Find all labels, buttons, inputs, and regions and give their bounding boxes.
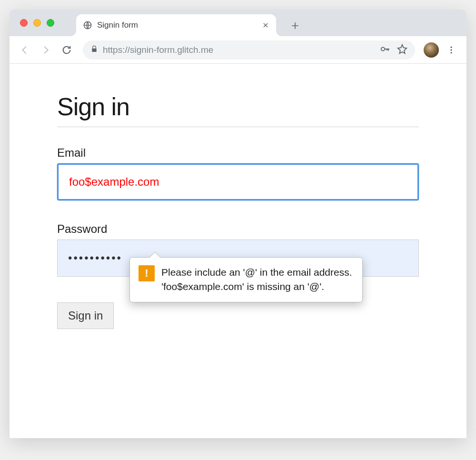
browser-window: Signin form https://signin-form.glitch.m…: [10, 10, 466, 438]
window-controls: [20, 19, 54, 27]
password-key-icon[interactable]: [380, 44, 390, 56]
alert-icon: !: [139, 265, 155, 281]
signin-button[interactable]: Sign in: [57, 302, 114, 329]
maximize-window-button[interactable]: [47, 19, 54, 27]
profile-avatar[interactable]: [424, 42, 439, 58]
svg-point-4: [450, 52, 452, 53]
tab-strip: Signin form: [10, 10, 466, 36]
globe-icon: [83, 20, 92, 30]
email-field[interactable]: [57, 163, 419, 200]
close-window-button[interactable]: [20, 19, 28, 27]
validation-message: Please include an '@' in the email addre…: [161, 265, 354, 294]
svg-point-3: [450, 49, 452, 50]
svg-point-2: [450, 46, 452, 48]
validation-tooltip: ! Please include an '@' in the email add…: [129, 257, 363, 302]
forward-button[interactable]: [37, 41, 54, 59]
tab-title: Signin form: [97, 20, 257, 30]
page-title: Sign in: [57, 92, 419, 127]
password-label: Password: [57, 222, 419, 236]
address-bar[interactable]: https://signin-form.glitch.me: [83, 40, 415, 60]
bookmark-star-icon[interactable]: [397, 44, 407, 56]
reload-button[interactable]: [58, 41, 75, 59]
back-button[interactable]: [16, 41, 33, 59]
browser-tab[interactable]: Signin form: [76, 14, 276, 36]
browser-toolbar: https://signin-form.glitch.me: [10, 36, 466, 64]
lock-icon: [90, 45, 98, 55]
new-tab-button[interactable]: [287, 17, 304, 34]
page-content: Sign in Email Password Sign in ! Please …: [10, 64, 466, 438]
browser-menu-button[interactable]: [443, 41, 460, 59]
url-text: https://signin-form.glitch.me: [103, 45, 373, 55]
svg-point-1: [381, 47, 385, 50]
close-tab-icon[interactable]: [262, 21, 269, 29]
email-label: Email: [57, 146, 419, 160]
minimize-window-button[interactable]: [33, 19, 41, 27]
